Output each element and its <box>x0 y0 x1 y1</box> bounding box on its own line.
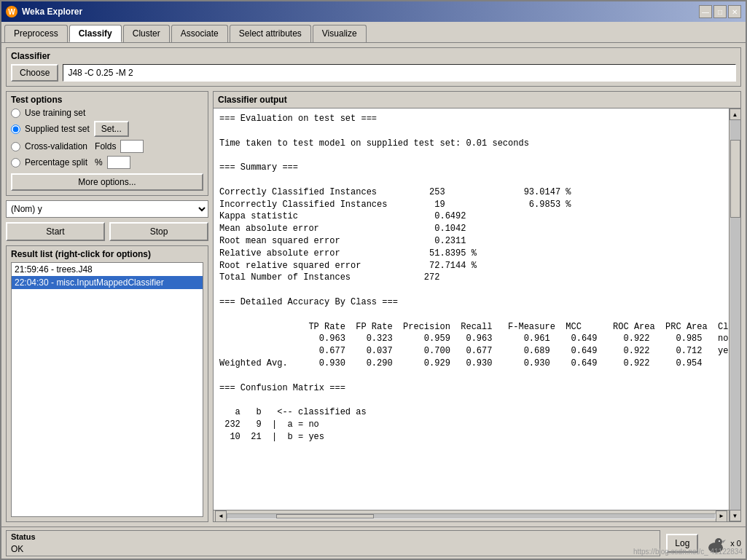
content-area: Classifier Choose J48 -C 0.25 -M 2 Test … <box>1 42 746 527</box>
h-scrollbar-track[interactable] <box>227 513 716 519</box>
test-options-label: Test options <box>11 95 203 105</box>
output-wrapper: === Evaluation on test set === Time take… <box>214 109 740 521</box>
classifier-output-label: Classifier output <box>214 92 740 109</box>
close-button[interactable]: ✕ <box>728 5 741 18</box>
counter-label: x 0 <box>730 539 741 548</box>
scroll-down-button[interactable]: ▼ <box>730 510 741 521</box>
output-inner: === Evaluation on test set === Time take… <box>214 109 729 521</box>
folds-input[interactable]: 10 <box>120 140 144 153</box>
window-title: Weka Explorer <box>22 7 82 17</box>
title-bar-left: W Weka Explorer <box>6 6 82 17</box>
v-scroll-thumb[interactable] <box>730 140 740 218</box>
left-panel: Test options Use training set Supplied t… <box>6 91 208 522</box>
right-panel: Classifier output === Evaluation on test… <box>213 91 741 522</box>
vertical-scrollbar[interactable]: ▲ ▼ <box>729 109 740 521</box>
weka-icon: W <box>6 6 17 17</box>
tab-visualize[interactable]: Visualize <box>313 25 367 42</box>
maximize-button[interactable]: □ <box>713 5 727 18</box>
radio-percentage-split-label: Percentage split <box>25 157 87 167</box>
classifier-output-area[interactable]: === Evaluation on test set === Time take… <box>214 109 729 510</box>
percent-input[interactable]: 66 <box>107 156 130 169</box>
radio-supplied-test: Supplied test set Set... <box>11 121 203 137</box>
status-bar: Status OK Log x 0 https://blog.csdn.net/… <box>1 527 746 559</box>
class-dropdown[interactable]: (Nom) y <box>6 200 208 218</box>
folds-label: Folds <box>95 141 116 151</box>
radio-cross-validation-label: Cross-validation <box>25 141 87 151</box>
tab-classify[interactable]: Classify <box>69 25 122 42</box>
choose-button[interactable]: Choose <box>11 64 58 82</box>
watermark: https://blog.csdn.net/c_ 41122834 <box>633 548 743 556</box>
tab-associate[interactable]: Associate <box>171 25 228 42</box>
radio-cross-validation: Cross-validation Folds 10 <box>11 140 203 153</box>
main-row: Test options Use training set Supplied t… <box>6 91 741 522</box>
tab-cluster[interactable]: Cluster <box>123 25 170 42</box>
tab-preprocess[interactable]: Preprocess <box>4 25 68 42</box>
test-options-section: Test options Use training set Supplied t… <box>6 91 208 196</box>
horizontal-scrollbar[interactable]: ◄ ► <box>214 510 729 521</box>
svg-point-1 <box>715 538 722 545</box>
stop-button[interactable]: Stop <box>109 222 208 241</box>
result-list: 21:59:46 - trees.J48 22:04:30 - misc.Inp… <box>11 262 203 517</box>
start-stop-row: Start Stop <box>6 222 208 241</box>
scroll-left-button[interactable]: ◄ <box>215 510 227 522</box>
radio-group: Use training set Supplied test set Set..… <box>11 108 203 169</box>
scroll-up-button[interactable]: ▲ <box>730 109 741 120</box>
set-button[interactable]: Set... <box>94 121 129 137</box>
more-options-button[interactable]: More options... <box>11 173 203 191</box>
title-bar: W Weka Explorer — □ ✕ <box>1 1 746 22</box>
radio-percentage-split-input[interactable] <box>11 158 20 167</box>
status-label: Status <box>11 532 655 541</box>
classifier-value: J48 -C 0.25 -M 2 <box>63 64 736 82</box>
svg-point-3 <box>719 540 720 542</box>
tab-bar: Preprocess Classify Cluster Associate Se… <box>1 22 746 42</box>
radio-percentage-split: Percentage split % 66 <box>11 156 203 169</box>
classifier-row: Choose J48 -C 0.25 -M 2 <box>11 64 736 82</box>
classifier-section: Classifier Choose J48 -C 0.25 -M 2 <box>6 47 741 87</box>
result-item-0[interactable]: 21:59:46 - trees.J48 <box>12 263 203 276</box>
start-button[interactable]: Start <box>6 222 105 241</box>
title-buttons: — □ ✕ <box>699 5 741 18</box>
result-item-1[interactable]: 22:04:30 - misc.InputMappedClassifier <box>12 276 203 289</box>
tab-select-attributes[interactable]: Select attributes <box>230 25 311 42</box>
minimize-button[interactable]: — <box>699 5 712 18</box>
percent-label: % <box>95 157 103 167</box>
status-section: Status OK <box>6 530 660 556</box>
status-value: OK <box>11 544 655 554</box>
radio-supplied-test-label: Supplied test set <box>25 124 90 134</box>
result-list-section: Result list (right-click for options) 21… <box>6 245 208 522</box>
result-list-label: Result list (right-click for options) <box>11 249 203 259</box>
svg-marker-2 <box>722 540 726 543</box>
dropdown-row: (Nom) y <box>6 200 208 218</box>
radio-supplied-test-input[interactable] <box>11 125 20 134</box>
radio-use-training: Use training set <box>11 108 203 118</box>
scroll-right-button[interactable]: ► <box>716 510 727 522</box>
radio-use-training-input[interactable] <box>11 109 20 118</box>
classifier-label: Classifier <box>11 51 736 61</box>
h-scrollbar-thumb[interactable] <box>276 514 374 518</box>
v-scroll-track[interactable] <box>730 120 740 510</box>
radio-use-training-label: Use training set <box>25 108 85 118</box>
radio-cross-validation-input[interactable] <box>11 142 20 151</box>
main-window: W Weka Explorer — □ ✕ Preprocess Classif… <box>0 0 747 560</box>
